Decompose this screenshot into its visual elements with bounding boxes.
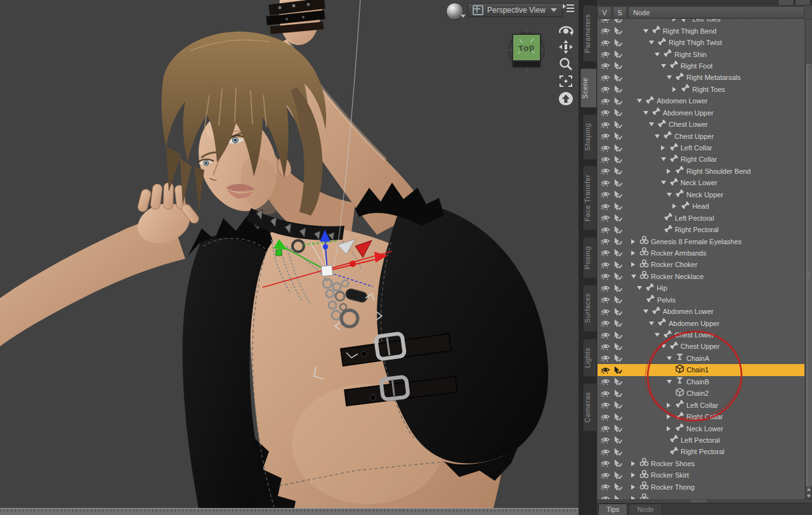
visibility-eye-icon[interactable] xyxy=(601,272,611,280)
column-node[interactable]: Node xyxy=(628,6,804,18)
collapsed-arrow-icon[interactable] xyxy=(672,87,681,92)
tab-surfaces[interactable]: Surfaces xyxy=(583,284,596,332)
expanded-arrow-icon[interactable] xyxy=(667,356,675,360)
visibility-eye-icon[interactable] xyxy=(601,214,611,222)
collapsed-arrow-icon[interactable] xyxy=(672,204,681,209)
tree-row[interactable]: Chest Lower xyxy=(598,329,804,341)
expanded-arrow-icon[interactable] xyxy=(643,111,652,115)
selectable-cursor-icon[interactable] xyxy=(613,448,623,456)
expanded-arrow-icon[interactable] xyxy=(667,193,675,197)
visibility-eye-icon[interactable] xyxy=(601,97,611,105)
tree-row[interactable]: Left Toes xyxy=(598,19,804,25)
selectable-cursor-icon[interactable] xyxy=(613,85,623,93)
tree-row[interactable]: Abdomen Lower xyxy=(598,95,804,107)
visibility-eye-icon[interactable] xyxy=(601,19,611,23)
visibility-eye-icon[interactable] xyxy=(601,249,611,257)
selectable-cursor-icon[interactable] xyxy=(613,179,623,187)
scroll-down-icon[interactable] xyxy=(806,493,811,499)
visibility-eye-icon[interactable] xyxy=(601,413,611,421)
visibility-eye-icon[interactable] xyxy=(601,424,611,433)
selectable-cursor-icon[interactable] xyxy=(613,19,623,23)
tab-shaping[interactable]: Shaping xyxy=(583,114,596,160)
selectable-cursor-icon[interactable] xyxy=(613,401,623,409)
frame-tool-icon[interactable] xyxy=(558,74,574,89)
expanded-arrow-icon[interactable] xyxy=(643,310,652,313)
orbit-tool-icon[interactable] xyxy=(558,23,574,38)
tab-face-transfer[interactable]: Face Transfer xyxy=(583,166,596,230)
visibility-eye-icon[interactable] xyxy=(601,377,611,386)
visibility-eye-icon[interactable] xyxy=(601,436,611,444)
tab-lights[interactable]: Lights xyxy=(583,339,596,377)
expanded-arrow-icon[interactable] xyxy=(631,275,639,278)
selectable-cursor-icon[interactable] xyxy=(613,237,623,245)
visibility-eye-icon[interactable] xyxy=(601,342,611,351)
selectable-cursor-icon[interactable] xyxy=(613,214,623,222)
collapsed-arrow-icon[interactable] xyxy=(661,145,669,150)
selectable-cursor-icon[interactable] xyxy=(613,121,623,129)
selectable-cursor-icon[interactable] xyxy=(613,167,623,175)
visibility-eye-icon[interactable] xyxy=(601,179,611,187)
tree-row[interactable]: Right Shin xyxy=(598,48,804,60)
zoom-tool-icon[interactable] xyxy=(558,56,574,72)
selectable-cursor-icon[interactable] xyxy=(613,296,623,304)
selectable-cursor-icon[interactable] xyxy=(613,74,623,82)
selectable-cursor-icon[interactable] xyxy=(613,155,623,164)
visibility-eye-icon[interactable] xyxy=(601,27,611,35)
visibility-eye-icon[interactable] xyxy=(601,459,611,467)
expanded-arrow-icon[interactable] xyxy=(655,333,663,337)
tree-row[interactable]: Right Thigh Bend xyxy=(598,25,804,36)
visibility-eye-icon[interactable] xyxy=(601,389,611,398)
tree-row[interactable]: ChainA xyxy=(598,353,804,364)
tree-row[interactable]: Right Foot xyxy=(598,60,804,72)
tree-scrollbar[interactable] xyxy=(805,19,812,499)
visibility-eye-icon[interactable] xyxy=(601,226,611,234)
3d-viewport[interactable]: Perspective View xyxy=(0,0,579,515)
visibility-eye-icon[interactable] xyxy=(601,471,611,479)
tree-row[interactable]: Neck Lower xyxy=(598,422,804,434)
draw-style-caret-icon[interactable] xyxy=(461,15,466,18)
selectable-cursor-icon[interactable] xyxy=(613,319,623,327)
selectable-cursor-icon[interactable] xyxy=(613,342,623,351)
tree-row[interactable]: Right Collar xyxy=(598,153,804,165)
collapsed-arrow-icon[interactable] xyxy=(631,239,639,244)
visibility-eye-icon[interactable] xyxy=(601,401,611,409)
expanded-arrow-icon[interactable] xyxy=(667,380,675,384)
visibility-eye-icon[interactable] xyxy=(601,261,611,269)
expanded-arrow-icon[interactable] xyxy=(655,134,663,138)
visibility-eye-icon[interactable] xyxy=(601,354,611,362)
visibility-eye-icon[interactable] xyxy=(601,331,611,339)
visibility-eye-icon[interactable] xyxy=(601,167,611,175)
selectable-cursor-icon[interactable] xyxy=(613,459,623,467)
selectable-cursor-icon[interactable] xyxy=(613,108,623,117)
collapsed-arrow-icon[interactable] xyxy=(631,251,639,256)
tree-row[interactable]: ChainB xyxy=(598,376,804,388)
timeline-ruler-strip[interactable] xyxy=(0,508,579,515)
expanded-arrow-icon[interactable] xyxy=(661,344,669,348)
visibility-eye-icon[interactable] xyxy=(601,85,611,93)
tree-row[interactable]: Pelvis xyxy=(598,294,804,306)
tree-row[interactable]: Neck Lower xyxy=(598,177,804,188)
selectable-cursor-icon[interactable] xyxy=(613,413,623,421)
visibility-eye-icon[interactable] xyxy=(601,237,611,245)
visibility-eye-icon[interactable] xyxy=(601,190,611,199)
pan-tool-icon[interactable] xyxy=(558,39,574,55)
visibility-eye-icon[interactable] xyxy=(601,483,611,491)
visibility-eye-icon[interactable] xyxy=(601,74,611,82)
tree-row[interactable] xyxy=(598,493,804,499)
panel-top-button[interactable] xyxy=(778,0,794,6)
collapsed-arrow-icon[interactable] xyxy=(672,19,681,22)
selectable-cursor-icon[interactable] xyxy=(613,132,623,140)
selectable-cursor-icon[interactable] xyxy=(613,190,623,199)
tree-row[interactable]: Neck Upper xyxy=(598,189,804,200)
visibility-eye-icon[interactable] xyxy=(601,284,611,292)
selectable-cursor-icon[interactable] xyxy=(613,436,623,444)
collapsed-arrow-icon[interactable] xyxy=(667,414,675,419)
visibility-eye-icon[interactable] xyxy=(601,308,611,316)
expanded-arrow-icon[interactable] xyxy=(649,322,657,325)
tree-row[interactable]: Right Pectoral xyxy=(598,446,804,457)
tree-row[interactable]: Rocker Thong xyxy=(598,481,804,493)
visibility-eye-icon[interactable] xyxy=(601,202,611,211)
tree-row[interactable]: Rocker Shoes xyxy=(598,458,804,469)
collapsed-arrow-icon[interactable] xyxy=(631,473,639,478)
tab-scene[interactable]: Scene xyxy=(580,68,596,108)
